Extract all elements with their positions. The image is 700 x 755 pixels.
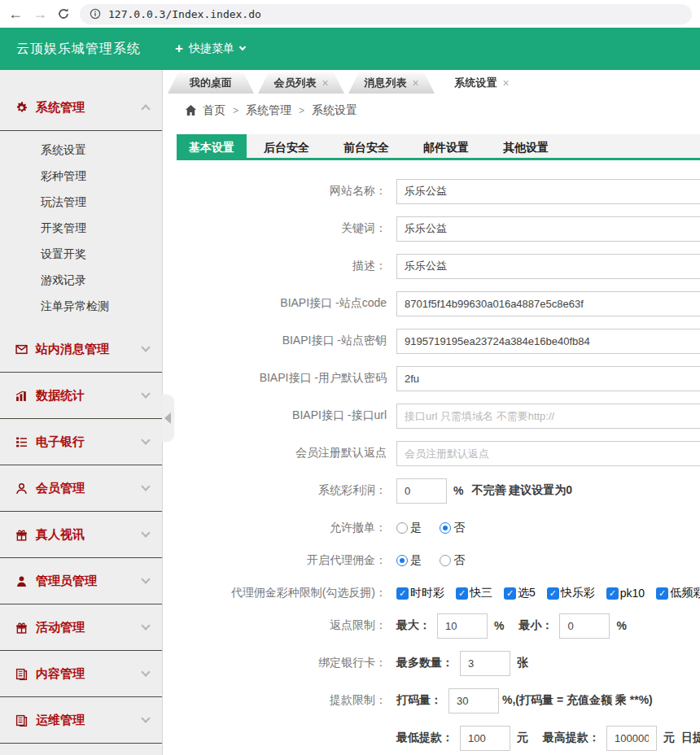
site-code-input[interactable] [396, 291, 700, 316]
agent-commission-no-radio[interactable]: 否 [440, 553, 465, 568]
sidebar-item-label: 管理员管理 [36, 574, 97, 589]
tab-basic-settings[interactable]: 基本设置 [177, 134, 247, 158]
default-rebate-input[interactable] [396, 441, 700, 466]
agent-commission-yes-radio[interactable]: 是 [396, 553, 422, 568]
percent-suffix: % [616, 619, 626, 632]
tab-mail-settings[interactable]: 邮件设置 [406, 134, 486, 158]
tab-message-list[interactable]: 消息列表 × [348, 72, 435, 94]
home-icon [185, 104, 197, 116]
lottery-x5-checkbox[interactable]: 选5 [504, 586, 536, 600]
sidebar: 系统管理 系统设置 彩种管理 玩法管理 开奖管理 设置开奖 游戏记录 注单异常检… [0, 70, 163, 755]
close-icon[interactable]: × [322, 77, 328, 89]
checkbox-label: 快乐彩 [561, 586, 595, 600]
sidebar-item-members[interactable]: 会员管理 [0, 465, 162, 512]
checkbox-checked-icon[interactable] [547, 587, 559, 600]
description-input[interactable] [396, 254, 700, 279]
sidebar-subitem-draw-mgmt[interactable]: 开奖管理 [0, 215, 162, 241]
tab-other-settings[interactable]: 其他设置 [486, 134, 566, 158]
quick-menu-label: 快捷菜单 [189, 41, 234, 56]
sidebar-item-label: 会员管理 [36, 481, 85, 496]
reload-icon[interactable] [57, 7, 70, 20]
tab-label: 消息列表 [364, 76, 406, 90]
envelope-icon [15, 343, 28, 356]
tab-system-settings[interactable]: 系统设置 × [439, 72, 525, 94]
sidebar-collapse-handle[interactable] [162, 395, 173, 442]
close-icon[interactable]: × [502, 77, 509, 89]
checkbox-checked-icon[interactable] [396, 587, 409, 600]
sidebar-subitem-draw-setting[interactable]: 设置开奖 [0, 241, 162, 267]
sidebar-item-ops[interactable]: 运维管理 [0, 697, 162, 744]
radio-icon[interactable] [440, 555, 451, 566]
sidebar-subitem-play-mgmt[interactable]: 玩法管理 [0, 189, 162, 215]
checkbox-label: 时时彩 [410, 586, 444, 600]
sidebar-item-admins[interactable]: 管理员管理 [0, 558, 162, 604]
breadcrumb-system-settings[interactable]: 系统设置 [312, 103, 357, 118]
max-withdraw-input[interactable] [606, 726, 657, 751]
min-withdraw-input[interactable] [460, 726, 510, 751]
field-label: 系统彩利润： [177, 483, 396, 498]
address-bar[interactable]: 127.0.0.3/Index.index.do [80, 4, 692, 24]
checkbox-checked-icon[interactable] [504, 587, 516, 600]
lottery-dpc-checkbox[interactable]: 低频彩 [656, 586, 700, 600]
quick-menu-button[interactable]: + 快捷菜单 [175, 41, 245, 57]
sidebar-item-activities[interactable]: 活动管理 [0, 604, 162, 651]
unit-suffix: 元 [663, 731, 675, 745]
daily-withdraw-label: 日提款限 [681, 731, 700, 745]
info-icon[interactable] [90, 8, 101, 20]
radio-checked-icon[interactable] [440, 522, 451, 534]
api-url-input[interactable] [396, 404, 700, 429]
field-label: 提款限制： [177, 693, 396, 708]
turnover-input[interactable] [448, 688, 499, 714]
checkbox-label: 选5 [518, 586, 536, 600]
tab-member-list[interactable]: 会员列表 × [258, 72, 344, 94]
radio-checked-icon[interactable] [396, 555, 408, 566]
lottery-ssc-checkbox[interactable]: 时时彩 [396, 586, 444, 600]
breadcrumb-separator: > [299, 105, 304, 116]
sidebar-subitem-game-records[interactable]: 游戏记录 [0, 267, 162, 293]
site-name-input[interactable] [396, 179, 700, 204]
chevron-down-icon [239, 44, 246, 50]
sidebar-item-ebank[interactable]: 电子银行 [0, 419, 162, 465]
allow-cancel-no-radio[interactable]: 否 [440, 521, 465, 535]
checkbox-label: pk10 [620, 587, 645, 600]
sidebar-item-content[interactable]: 内容管理 [0, 651, 162, 697]
system-profit-input[interactable] [396, 478, 447, 504]
back-icon[interactable]: ← [8, 7, 23, 21]
lottery-pk10-checkbox[interactable]: pk10 [606, 587, 645, 600]
checkbox-checked-icon[interactable] [656, 587, 668, 600]
breadcrumb-system-mgmt[interactable]: 系统管理 [246, 103, 291, 118]
forward-icon[interactable]: → [33, 7, 47, 21]
window-tabstrip: 我的桌面 会员列表 × 消息列表 × 系统设置 × [163, 70, 700, 94]
default-password-input[interactable] [396, 366, 700, 391]
site-secret-input[interactable] [396, 329, 700, 354]
sidebar-subitem-bet-anomaly[interactable]: 注单异常检测 [0, 293, 162, 319]
sidebar-item-system[interactable]: 系统管理 [0, 85, 162, 131]
checkbox-label: 快三 [470, 586, 492, 600]
rebate-max-input[interactable] [437, 613, 488, 639]
tab-frontend-security[interactable]: 前台安全 [326, 134, 406, 158]
tab-backend-security[interactable]: 后台安全 [247, 134, 326, 158]
lottery-k3-checkbox[interactable]: 快三 [456, 586, 492, 600]
chevron-down-icon [141, 574, 150, 583]
tab-my-desktop[interactable]: 我的桌面 [168, 72, 254, 94]
checkbox-checked-icon[interactable] [606, 587, 619, 600]
radio-icon[interactable] [396, 522, 408, 534]
checkbox-checked-icon[interactable] [456, 587, 468, 600]
tab-label: 会员列表 [273, 76, 316, 90]
sidebar-subitem-system-settings[interactable]: 系统设置 [0, 137, 162, 163]
percent-suffix: % [453, 484, 463, 497]
lottery-klc-checkbox[interactable]: 快乐彩 [547, 586, 595, 600]
breadcrumb-separator: > [233, 105, 238, 116]
sidebar-item-stats[interactable]: 数据统计 [0, 373, 162, 419]
bank-cards-input[interactable] [460, 651, 510, 676]
breadcrumb-home[interactable]: 首页 [203, 103, 225, 118]
checkbox-label: 低频彩 [670, 586, 700, 600]
sidebar-item-live[interactable]: 真人视讯 [0, 512, 162, 558]
sidebar-subitem-lottery-mgmt[interactable]: 彩种管理 [0, 163, 162, 189]
keywords-input[interactable] [396, 216, 700, 242]
max-count-label: 最多数量： [396, 656, 453, 670]
sidebar-item-messages[interactable]: 站内消息管理 [0, 326, 162, 373]
allow-cancel-yes-radio[interactable]: 是 [396, 521, 422, 535]
close-icon[interactable]: × [412, 77, 418, 89]
rebate-min-input[interactable] [559, 613, 610, 639]
